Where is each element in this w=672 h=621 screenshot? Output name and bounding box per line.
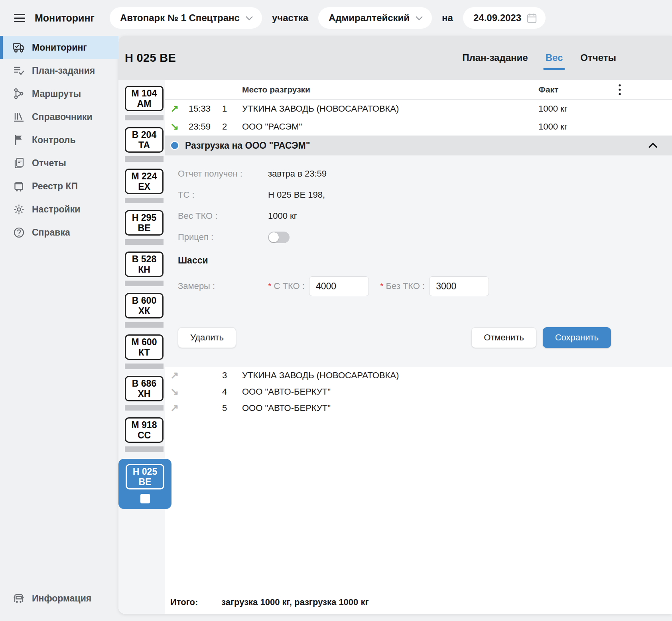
delete-button[interactable]: Удалить [178, 327, 236, 348]
sidebar-item-registry[interactable]: Реестр КП [0, 175, 118, 198]
with-tko-input[interactable] [309, 276, 369, 296]
vehicle-plate-item-selected[interactable]: Н 025ВЕ [118, 459, 171, 509]
totals-label: Итого: [170, 597, 221, 607]
row-fact: 1000 кг [538, 122, 614, 132]
license-plate: В 686ХН [125, 376, 164, 401]
vehicle-plate-item[interactable]: В 528КН [125, 252, 164, 286]
hamburger-menu-icon[interactable] [14, 14, 25, 22]
row-place: УТКИНА ЗАВОДЬ (НОВОСАРАТОВКА) [242, 104, 538, 114]
license-plate: В 600ХК [125, 293, 164, 318]
date-value: 24.09.2023 [473, 12, 521, 24]
detail-fields: Отчет получен : завтра в 23:59 ТС : Н 02… [178, 167, 611, 222]
fleet-select[interactable]: Автопарк № 1 Спецтранс [110, 7, 262, 29]
gear-icon [12, 204, 26, 215]
vehicle-plate-item[interactable]: М 918СС [125, 417, 164, 452]
vehicle-plate-item[interactable]: В 204ТА [125, 127, 164, 162]
date-word: на [442, 12, 453, 24]
plate-progress-bar [125, 446, 164, 452]
vehicle-plate-item[interactable]: М 600КТ [125, 334, 164, 369]
direction-down-icon: ↘ [170, 121, 179, 132]
sidebar-item-info[interactable]: Информация [0, 587, 118, 610]
sidebar: Мониторинг План-задания Маршруты Справоч… [0, 36, 118, 621]
direction-up-icon: ↗ [170, 402, 179, 413]
sidebar-item-routes[interactable]: Маршруты [0, 82, 118, 105]
detail-field-label: Вес ТКО : [178, 211, 268, 221]
table-row[interactable]: ↗ 3 УТКИНА ЗАВОДЬ (НОВОСАРАТОВКА) [165, 367, 672, 383]
vehicle-plate-item[interactable]: Н 295ВЕ [125, 210, 164, 245]
sidebar-item-reports[interactable]: Отчеты [0, 151, 118, 175]
sidebar-item-settings[interactable]: Настройки [0, 198, 118, 221]
vehicle-plate-item[interactable]: М 224ЕХ [125, 169, 164, 203]
top-bar: Мониторинг Автопарк № 1 Спецтранс участк… [0, 0, 672, 36]
vehicle-plate-item[interactable]: М 104АМ [125, 86, 164, 120]
direction-down-icon: ↘ [170, 386, 179, 397]
license-plate: Н 295ВЕ [125, 210, 164, 236]
license-plate: М 104АМ [125, 86, 164, 111]
row-number: 5 [222, 403, 242, 413]
trailer-toggle[interactable] [268, 232, 290, 243]
main-panel: Н 025 ВЕ План-заданиеВесОтчеты М 104АМ В… [118, 36, 672, 614]
sidebar-item-label: Информация [32, 593, 91, 604]
measures-label: Замеры : [178, 281, 268, 291]
unload-section-header[interactable]: Разгрузка на ООО "РАСЭМ" [165, 136, 672, 155]
sidebar-item-monitoring[interactable]: Мониторинг [0, 36, 118, 59]
truck-check-icon [12, 42, 26, 53]
row-time: 15:33 [189, 104, 222, 114]
route-icon [12, 88, 26, 99]
save-button[interactable]: Сохранить [543, 327, 611, 348]
books-icon [12, 112, 26, 122]
table-row[interactable]: ↘ 4 ООО "АВТО-БЕРКУТ" [165, 383, 672, 400]
container-icon [12, 181, 26, 192]
date-picker[interactable]: 24.09.2023 [463, 7, 546, 29]
vehicle-plate-item[interactable]: В 686ХН [125, 376, 164, 411]
sidebar-item-plans[interactable]: План-задания [0, 59, 118, 82]
tab-отчеты[interactable]: Отчеты [580, 52, 616, 63]
chevron-down-icon [245, 16, 253, 21]
license-plate: М 600КТ [125, 334, 164, 360]
kebab-menu-icon[interactable] [618, 84, 621, 96]
tabs: План-заданиеВесОтчеты [462, 52, 616, 63]
without-tko-input[interactable] [429, 276, 489, 296]
row-fact: 1000 кг [538, 104, 614, 114]
rows-bottom: ↗ 3 УТКИНА ЗАВОДЬ (НОВОСАРАТОВКА) ↘ 4 ОО… [165, 367, 672, 416]
trailer-label: Прицеп : [178, 232, 268, 242]
sidebar-item-control[interactable]: Контроль [0, 128, 118, 151]
table-row[interactable]: ↗ 15:33 1 УТКИНА ЗАВОДЬ (НОВОСАРАТОВКА) … [165, 100, 672, 118]
row-place: ООО "РАСЭМ" [242, 122, 538, 132]
cancel-button[interactable]: Отменить [471, 327, 536, 348]
sidebar-item-label: Контроль [32, 135, 76, 145]
vehicle-title: Н 025 ВЕ [125, 51, 176, 65]
task-table: Место разгрузки Факт ↗ 15:33 1 УТКИНА ЗА… [165, 80, 672, 614]
documents-icon [12, 157, 26, 169]
sidebar-item-label: Настройки [32, 204, 80, 215]
table-row[interactable]: ↗ 5 ООО "АВТО-БЕРКУТ" [165, 400, 672, 416]
column-header-place: Место разгрузки [242, 85, 538, 94]
unload-section-title: Разгрузка на ООО "РАСЭМ" [185, 140, 310, 151]
sidebar-item-directories[interactable]: Справочники [0, 105, 118, 128]
totals-row: Итого: загрузка 1000 кг, разгрузка 1000 … [165, 590, 672, 614]
detail-field-label: Отчет получен : [178, 169, 268, 179]
license-plate: М 918СС [125, 417, 164, 443]
license-plate: Н 025ВЕ [126, 464, 164, 489]
list-check-icon [12, 66, 26, 76]
sidebar-item-label: Отчеты [32, 158, 66, 169]
plate-progress-bar [125, 115, 164, 120]
sidebar-item-help[interactable]: Справка [0, 221, 118, 244]
vehicle-plate-item[interactable]: В 600ХК [125, 293, 164, 328]
required-mark: * [380, 281, 384, 291]
detail-field-row: Отчет получен : завтра в 23:59 [178, 167, 611, 180]
plate-progress-bar [125, 364, 164, 369]
plate-progress-bar [125, 198, 164, 203]
tab-план-задание[interactable]: План-задание [462, 52, 528, 63]
chevron-up-icon[interactable] [648, 143, 658, 148]
chevron-down-icon [415, 16, 423, 21]
district-select[interactable]: Адмиралтейский [318, 7, 432, 29]
required-mark: * [268, 281, 272, 291]
plate-progress-bar [125, 405, 164, 411]
tab-вес[interactable]: Вес [546, 52, 563, 63]
question-icon [12, 227, 26, 238]
rows-top: ↗ 15:33 1 УТКИНА ЗАВОДЬ (НОВОСАРАТОВКА) … [165, 100, 672, 136]
table-row[interactable]: ↘ 23:59 2 ООО "РАСЭМ" 1000 кг [165, 118, 672, 136]
direction-up-icon: ↗ [170, 369, 179, 381]
without-tko-label: Без ТКО : [386, 281, 425, 291]
